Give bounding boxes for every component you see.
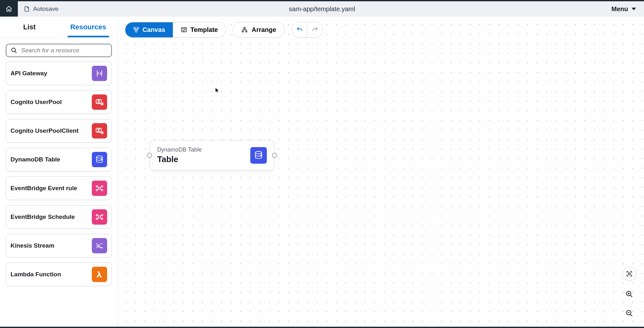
canvas-button-label: Canvas: [143, 26, 165, 34]
node-title: Table: [157, 154, 202, 164]
svg-point-15: [96, 214, 98, 216]
api-gateway-icon: [92, 66, 107, 81]
resource-card[interactable]: Cognito UserPool: [6, 90, 112, 114]
resource-card[interactable]: Lambda Function: [6, 263, 112, 286]
canvas-node-dynamodb-table[interactable]: DynamoDB Table Table: [150, 140, 274, 170]
search-icon: [11, 47, 17, 54]
node-port-left[interactable]: [147, 153, 152, 158]
resource-name: DynamoDB Table: [11, 156, 60, 163]
svg-point-3: [98, 100, 99, 102]
canvas[interactable]: Canvas Template Arrange: [118, 17, 644, 327]
history-group: [292, 22, 323, 38]
arrange-icon: [241, 26, 248, 33]
resource-card[interactable]: API Gateway: [6, 62, 112, 85]
resource-name: Cognito UserPoolClient: [11, 127, 78, 134]
redo-icon: [311, 26, 318, 33]
resource-name: Lambda Function: [11, 271, 61, 278]
chevron-down-icon: [631, 7, 636, 11]
redo-button[interactable]: [307, 22, 323, 37]
top-bar: Autosave sam-app/template.yaml Menu: [0, 0, 644, 17]
svg-rect-21: [135, 31, 137, 32]
node-type: DynamoDB Table: [157, 146, 202, 153]
undo-button[interactable]: [292, 22, 307, 37]
svg-rect-25: [246, 31, 247, 32]
template-button-label: Template: [190, 26, 218, 34]
svg-point-12: [96, 190, 98, 191]
home-icon: [5, 5, 12, 12]
resource-name: EventBridge Event rule: [11, 185, 77, 192]
resource-card[interactable]: EventBridge Event rule: [6, 176, 112, 200]
resource-name: Cognito UserPool: [11, 99, 62, 106]
tab-resources[interactable]: Resources: [59, 17, 118, 37]
zoom-in-button[interactable]: [624, 288, 635, 300]
menu-button[interactable]: Menu: [611, 5, 644, 13]
sidebar: List Resources API GatewayCognito UserPo…: [0, 17, 118, 327]
node-port-right[interactable]: [272, 153, 277, 158]
svg-point-11: [101, 186, 103, 187]
view-mode-group: Canvas Template: [125, 22, 226, 38]
svg-point-13: [101, 190, 103, 191]
cognito-icon: [92, 123, 107, 138]
canvas-icon: [133, 26, 139, 33]
resource-card[interactable]: Kinesis Stream: [6, 234, 112, 257]
home-button[interactable]: [0, 1, 18, 17]
arrange-button-label: Arrange: [252, 26, 276, 34]
svg-point-6: [98, 129, 99, 130]
resource-name: API Gateway: [11, 70, 47, 77]
eventbridge-icon: [92, 181, 107, 196]
svg-rect-24: [242, 31, 244, 32]
svg-point-26: [255, 152, 262, 154]
svg-rect-27: [628, 273, 630, 275]
canvas-toolbar: Canvas Template Arrange: [125, 22, 323, 38]
bottom-bar: [0, 327, 644, 328]
resource-name: Kinesis Stream: [11, 242, 54, 249]
eventbridge-icon: [92, 209, 107, 225]
cognito-icon: [92, 94, 107, 110]
dynamodb-icon: [92, 152, 107, 167]
sidebar-tabs: List Resources: [0, 17, 118, 37]
canvas-controls: [622, 267, 636, 319]
svg-point-8: [97, 156, 103, 158]
svg-point-16: [101, 214, 103, 216]
svg-point-17: [96, 218, 98, 220]
fullscreen-icon: [626, 270, 633, 277]
svg-line-29: [630, 295, 632, 297]
template-icon: [181, 26, 187, 33]
svg-rect-22: [182, 27, 187, 32]
autosave-label: Autosave: [33, 5, 58, 12]
svg-point-0: [12, 48, 16, 52]
template-button[interactable]: Template: [173, 22, 225, 37]
dynamodb-icon: [250, 147, 267, 164]
zoom-out-icon: [626, 309, 633, 317]
svg-line-1: [15, 51, 17, 53]
zoom-in-icon: [626, 290, 633, 298]
main-region: List Resources API GatewayCognito UserPo…: [0, 17, 644, 327]
resource-card[interactable]: EventBridge Schedule: [6, 205, 112, 229]
search-wrap: [0, 37, 118, 60]
svg-line-33: [630, 314, 632, 316]
tab-list[interactable]: List: [0, 17, 59, 37]
kinesis-icon: [92, 238, 107, 253]
undo-icon: [296, 26, 303, 33]
canvas-button[interactable]: Canvas: [125, 22, 173, 37]
cursor-icon: [216, 88, 219, 93]
svg-rect-19: [134, 27, 135, 29]
resource-list: API GatewayCognito UserPoolCognito UserP…: [0, 60, 118, 327]
resource-card[interactable]: DynamoDB Table: [6, 148, 112, 171]
menu-label: Menu: [611, 5, 628, 13]
zoom-out-button[interactable]: [624, 308, 635, 319]
resource-card[interactable]: Cognito UserPoolClient: [6, 119, 112, 143]
svg-rect-23: [244, 27, 245, 29]
svg-point-10: [96, 186, 98, 187]
arrange-button[interactable]: Arrange: [233, 22, 285, 38]
search-input[interactable]: [21, 47, 107, 54]
autosave-indicator: Autosave: [18, 5, 64, 12]
svg-point-18: [101, 218, 103, 220]
resource-name: EventBridge Schedule: [11, 213, 75, 220]
document-title: sam-app/template.yaml: [289, 5, 355, 13]
file-icon: [24, 5, 30, 12]
lambda-icon: [92, 267, 107, 282]
search-box[interactable]: [6, 44, 112, 57]
fit-view-button[interactable]: [622, 267, 636, 281]
node-labels: DynamoDB Table Table: [157, 146, 202, 164]
